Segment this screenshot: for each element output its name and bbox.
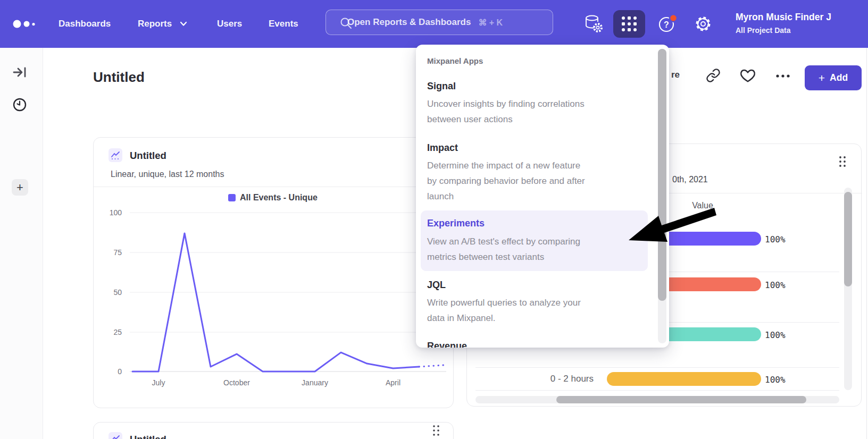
drag-handle-icon[interactable] — [432, 425, 440, 436]
copy-link-icon[interactable] — [706, 68, 721, 83]
bar-value-label: 100% — [765, 330, 786, 340]
bar-value-label: 100% — [765, 280, 786, 290]
menu-item-jql-description: Write powerful queries to analyze your d… — [427, 295, 640, 326]
help-icon[interactable]: ? — [657, 14, 680, 35]
nav-item-dashboards[interactable]: Dashboards — [59, 0, 111, 48]
table-horizontal-scrollbar-thumb[interactable] — [556, 396, 806, 403]
date-range-label-partial: 0th, 2021 — [672, 175, 708, 184]
card-divider — [94, 187, 454, 187]
apps-grid-button[interactable] — [613, 10, 645, 38]
user-project-label: All Project Data — [736, 26, 790, 35]
plus-icon: + — [819, 72, 825, 85]
top-navbar: Dashboards Reports Users Events Open Rep… — [0, 0, 868, 48]
chart-card-subtitle: Linear, unique, last 12 months — [111, 170, 224, 179]
apps-grid-icon — [620, 15, 638, 33]
drag-handle-icon[interactable] — [839, 156, 846, 168]
share-button-partial[interactable]: re — [671, 70, 680, 80]
nav-item-users[interactable]: Users — [217, 0, 242, 48]
favorite-heart-icon[interactable] — [739, 67, 756, 83]
menu-item-impact[interactable]: Impact — [427, 142, 458, 154]
chart-card-title: Untitled — [130, 150, 166, 162]
bar-value-label: 100% — [765, 375, 786, 385]
settings-gear-icon[interactable] — [693, 14, 714, 35]
table-vertical-scrollbar-thumb[interactable] — [844, 192, 852, 286]
search-placeholder: Open Reports & Dashboards — [347, 17, 471, 28]
svg-text:?: ? — [664, 20, 669, 29]
global-search-input[interactable]: Open Reports & Dashboards ⌘ + K — [326, 10, 553, 35]
more-options-icon[interactable] — [775, 73, 791, 79]
y-tick: 75 — [113, 248, 122, 257]
series-line-incomplete — [419, 365, 444, 367]
apps-menu-scrollbar-thumb[interactable] — [658, 49, 666, 301]
history-clock-icon[interactable] — [13, 98, 28, 113]
chevron-down-icon — [180, 21, 187, 27]
mixpanel-dashboard: Dashboards Reports Users Events Open Rep… — [0, 0, 868, 439]
add-plus-icon: + — [16, 181, 23, 195]
menu-item-signal-description: Uncover insights by finding correlations… — [427, 96, 640, 127]
bar-value-label: 100% — [765, 234, 786, 244]
second-card-title: Untitled — [130, 434, 166, 439]
add-button[interactable]: + Add — [805, 65, 862, 90]
apps-menu-header: Mixpanel Apps — [427, 56, 483, 65]
viewport-right-divider — [866, 48, 867, 439]
collapse-sidebar-icon[interactable] — [13, 65, 28, 80]
y-tick: 100 — [110, 208, 122, 217]
menu-item-impact-description: Determine the impact of a new feature by… — [427, 158, 640, 204]
y-tick: 25 — [113, 328, 122, 336]
menu-item-signal[interactable]: Signal — [427, 81, 456, 92]
y-tick: 0 — [118, 367, 122, 376]
sidebar-add-button[interactable]: + — [12, 179, 28, 196]
chart-type-icon — [108, 432, 122, 439]
search-shortcut: ⌘ + K — [478, 18, 503, 28]
data-connections-icon[interactable] — [583, 14, 605, 35]
series-line[interactable] — [132, 233, 419, 372]
row-divider — [475, 390, 839, 391]
x-tick: April — [386, 378, 400, 387]
y-tick: 50 — [113, 288, 122, 297]
row-divider — [475, 367, 839, 368]
menu-item-revenue[interactable]: Revenue — [427, 341, 467, 348]
menu-item-experiments[interactable]: Experiments — [427, 218, 485, 229]
x-tick: January — [302, 378, 328, 387]
legend-label[interactable]: All Events - Unique — [240, 193, 318, 202]
menu-item-experiments-description: View an A/B test's effect by comparing m… — [427, 234, 640, 265]
nav-item-reports[interactable]: Reports — [138, 0, 172, 48]
page-title: Untitled — [93, 69, 145, 86]
line-chart-card: Untitled Linear, unique, last 12 months … — [93, 137, 454, 408]
x-tick: October — [223, 378, 250, 387]
mixpanel-logo-icon[interactable] — [12, 18, 38, 30]
line-chart-plot: 100 75 50 25 0 July October January Apri… — [94, 208, 454, 406]
left-sidebar: + — [0, 48, 43, 439]
x-tick: July — [152, 378, 165, 387]
mixpanel-apps-menu: Mixpanel Apps Signal Uncover insights by… — [416, 45, 669, 348]
search-icon — [340, 17, 353, 30]
chart-type-icon — [108, 148, 122, 162]
add-button-label: Add — [830, 72, 848, 83]
user-menu[interactable]: Myron Music Finder J — [736, 12, 868, 23]
notification-dot — [670, 14, 677, 22]
legend-swatch — [228, 194, 236, 201]
row-label: 0 - 2 hours — [530, 374, 594, 384]
second-chart-card: Untitled — [93, 422, 454, 439]
menu-item-jql[interactable]: JQL — [427, 280, 446, 291]
value-bar — [607, 372, 761, 386]
nav-item-events[interactable]: Events — [269, 0, 298, 48]
